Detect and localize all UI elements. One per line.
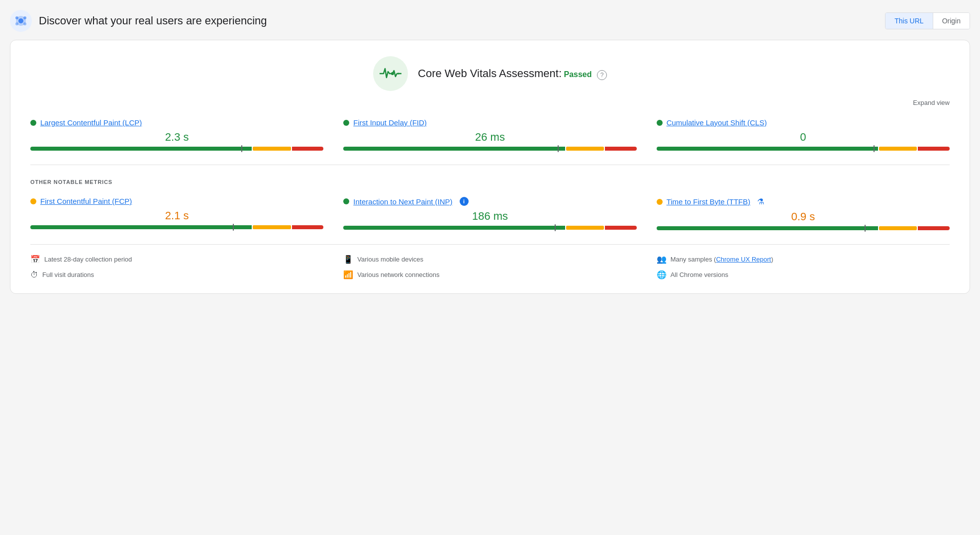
other-metrics-label: OTHER NOTABLE METRICS	[30, 179, 950, 185]
lcp-value: 2.3 s	[30, 131, 323, 144]
fcp-seg-poor	[292, 225, 324, 229]
ttfb-beaker-icon[interactable]: ⚗	[757, 197, 764, 206]
cls-seg-needs-improvement	[879, 147, 917, 151]
assessment-header: Core Web Vitals Assessment: Passed ?	[30, 56, 950, 91]
svg-point-6	[23, 22, 26, 25]
cls-name-link[interactable]: Cumulative Layout Shift (CLS)	[667, 118, 767, 127]
fid-value: 26 ms	[343, 131, 636, 144]
cls-gauge	[657, 147, 950, 151]
fid-status-dot	[343, 120, 349, 126]
lcp-seg-poor	[292, 147, 324, 151]
metric-fcp-label: First Contentful Paint (FCP)	[30, 197, 323, 205]
main-card: Core Web Vitals Assessment: Passed ? Exp…	[10, 40, 970, 294]
fcp-seg-good	[30, 225, 252, 229]
fcp-gauge-bar	[30, 225, 323, 229]
other-metrics-grid: First Contentful Paint (FCP) 2.1 s Inter…	[30, 197, 950, 230]
fcp-gauge	[30, 225, 323, 229]
header-left: Discover what your real users are experi…	[10, 10, 267, 32]
assessment-status: Passed	[564, 70, 591, 79]
fid-name-link[interactable]: First Input Delay (FID)	[353, 118, 427, 127]
cls-seg-poor	[918, 147, 950, 151]
footer-collection-period: 📅 Latest 28-day collection period	[30, 255, 323, 264]
inp-seg-good	[343, 226, 565, 230]
crux-logo	[10, 10, 32, 32]
metric-inp: Interaction to Next Paint (INP) i 186 ms	[343, 197, 636, 230]
lcp-gauge	[30, 147, 323, 151]
expand-view-link[interactable]: Expand view	[30, 99, 950, 106]
metric-lcp-label: Largest Contentful Paint (LCP)	[30, 118, 323, 127]
metric-ttfb-label: Time to First Byte (TTFB) ⚗	[657, 197, 950, 206]
pulse-waveform	[380, 67, 401, 81]
fid-gauge	[343, 147, 636, 151]
cls-value: 0	[657, 131, 950, 144]
assessment-title: Core Web Vitals Assessment:	[418, 67, 562, 80]
ttfb-gauge-bar	[657, 226, 950, 230]
inp-gauge-bar	[343, 226, 636, 230]
lcp-seg-good	[30, 147, 252, 151]
fcp-value: 2.1 s	[30, 209, 323, 222]
cls-gauge-marker	[874, 145, 875, 152]
metrics-divider	[30, 165, 950, 165]
svg-point-5	[15, 22, 18, 25]
lcp-gauge-bar	[30, 147, 323, 151]
fid-gauge-bar	[343, 147, 636, 151]
tab-this-url[interactable]: This URL	[885, 13, 933, 29]
ttfb-seg-poor	[918, 226, 950, 230]
inp-seg-poor	[605, 226, 637, 230]
cls-seg-good	[657, 147, 878, 151]
ttfb-gauge	[657, 226, 950, 230]
inp-info-icon[interactable]: i	[460, 197, 469, 206]
fid-seg-good	[343, 147, 565, 151]
fcp-status-dot	[30, 198, 36, 204]
fcp-name-link[interactable]: First Contentful Paint (FCP)	[40, 197, 132, 205]
lcp-name-link[interactable]: Largest Contentful Paint (LCP)	[40, 118, 142, 127]
url-origin-tabs[interactable]: This URL Origin	[885, 12, 970, 29]
svg-point-7	[391, 72, 394, 75]
svg-point-4	[23, 16, 26, 19]
footer-network-label: Various network connections	[357, 271, 439, 278]
samples-icon: 👥	[657, 255, 667, 264]
metric-fcp: First Contentful Paint (FCP) 2.1 s	[30, 197, 323, 230]
footer-collection-label: Latest 28-day collection period	[44, 256, 132, 263]
crux-report-link[interactable]: Chrome UX Report	[716, 256, 771, 263]
inp-value: 186 ms	[343, 210, 636, 223]
lcp-gauge-marker	[241, 145, 242, 152]
mobile-icon: 📱	[343, 255, 353, 264]
svg-point-8	[397, 73, 399, 75]
footer-chrome-versions: 🌐 All Chrome versions	[657, 270, 950, 279]
tab-origin[interactable]: Origin	[933, 13, 970, 29]
footer-mobile-label: Various mobile devices	[357, 256, 423, 263]
page-header: Discover what your real users are experi…	[10, 10, 970, 32]
inp-gauge	[343, 226, 636, 230]
fcp-seg-needs-improvement	[253, 225, 291, 229]
inp-name-link[interactable]: Interaction to Next Paint (INP)	[353, 197, 452, 206]
cls-gauge-bar	[657, 147, 950, 151]
inp-gauge-marker	[555, 224, 556, 231]
footer-chrome-label: All Chrome versions	[671, 271, 728, 278]
core-metrics-grid: Largest Contentful Paint (LCP) 2.3 s Fir…	[30, 118, 950, 151]
ttfb-name-link[interactable]: Time to First Byte (TTFB)	[667, 197, 751, 206]
metric-fid-label: First Input Delay (FID)	[343, 118, 636, 127]
ttfb-gauge-marker	[865, 225, 866, 232]
footer-visit-label: Full visit durations	[42, 271, 94, 278]
timer-icon: ⏱	[30, 270, 38, 279]
footer-samples: 👥 Many samples (Chrome UX Report)	[657, 255, 950, 264]
pulse-icon	[373, 56, 408, 91]
footer-info: 📅 Latest 28-day collection period 📱 Vari…	[30, 244, 950, 279]
ttfb-seg-good	[657, 226, 878, 230]
footer-mobile-devices: 📱 Various mobile devices	[343, 255, 636, 264]
inp-status-dot	[343, 198, 349, 204]
inp-seg-needs-improvement	[566, 226, 604, 230]
metric-lcp: Largest Contentful Paint (LCP) 2.3 s	[30, 118, 323, 151]
assessment-help-icon[interactable]: ?	[597, 70, 607, 80]
footer-visit-durations: ⏱ Full visit durations	[30, 270, 323, 279]
footer-samples-label: Many samples (Chrome UX Report)	[671, 256, 774, 263]
fcp-gauge-marker	[233, 224, 234, 231]
calendar-icon: 📅	[30, 255, 40, 264]
network-icon: 📶	[343, 270, 353, 279]
svg-point-3	[15, 16, 18, 19]
metric-cls: Cumulative Layout Shift (CLS) 0	[657, 118, 950, 151]
chrome-icon: 🌐	[657, 270, 667, 279]
lcp-status-dot	[30, 120, 36, 126]
fid-gauge-marker	[558, 145, 559, 152]
